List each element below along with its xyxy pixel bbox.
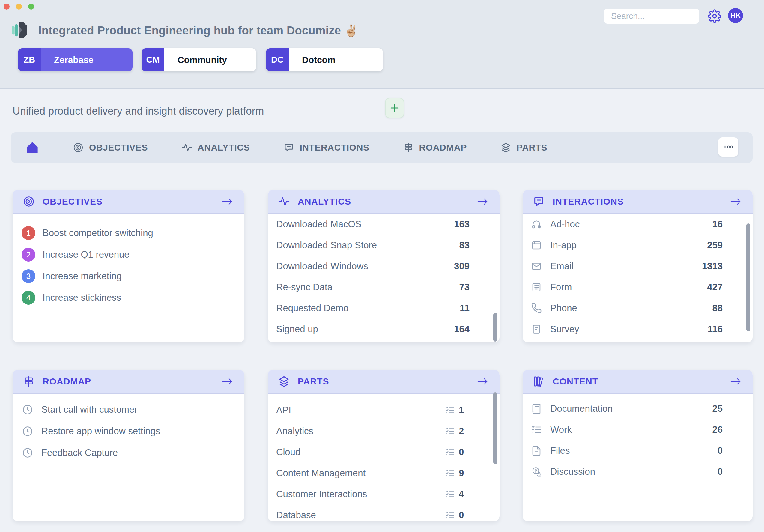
content-row[interactable]: Work 26 [523, 419, 753, 440]
checklist-icon [445, 426, 455, 436]
content-open-arrow[interactable] [729, 377, 742, 386]
interactions-card-header: INTERACTIONS [523, 190, 753, 214]
interaction-row[interactable]: Email 1313 [523, 256, 753, 277]
card-title: OBJECTIVES [43, 196, 221, 207]
zoom-window-button[interactable] [28, 4, 34, 10]
objective-item[interactable]: 1 Boost competitor switching [13, 222, 244, 244]
clock-icon [22, 447, 34, 459]
checklist-icon [445, 447, 455, 457]
checklist-icon [445, 405, 455, 415]
interaction-row[interactable]: In-app 259 [523, 235, 753, 256]
analytics-row[interactable]: Re-sync Data 73 [268, 277, 499, 298]
analytics-row[interactable]: Downloaded MacOS 163 [268, 214, 499, 235]
nav-item-objectives[interactable]: OBJECTIVES [73, 142, 148, 153]
nav-more-button[interactable] [718, 137, 738, 157]
layers-icon [500, 142, 511, 153]
objective-item[interactable]: 3 Increase marketing [13, 266, 244, 287]
headphones-icon [531, 219, 542, 230]
nav-item-interactions[interactable]: INTERACTIONS [284, 142, 369, 153]
interaction-row[interactable]: Phone 88 [523, 298, 753, 319]
parts-open-arrow[interactable] [476, 377, 489, 386]
part-row[interactable]: Cloud 0 [268, 442, 499, 463]
content-card: CONTENT Documentation 25 Work 26 [523, 370, 753, 521]
analytics-row[interactable]: Downloaded Windows 309 [268, 256, 499, 277]
nav-item-parts[interactable]: PARTS [500, 142, 547, 153]
part-row[interactable]: Analytics 2 [268, 421, 499, 442]
roadmap-item[interactable]: Start call with customer [13, 399, 244, 421]
part-count: 0 [459, 447, 470, 457]
close-window-button[interactable] [4, 4, 10, 10]
metric-value: 11 [449, 303, 470, 314]
card-title: PARTS [298, 376, 476, 387]
target-icon [23, 196, 35, 208]
objective-label: Increase Q1 revenue [43, 249, 129, 260]
target-icon [73, 142, 84, 153]
settings-button[interactable] [707, 9, 722, 24]
metric-value: 164 [449, 324, 470, 335]
nav-item-label: PARTS [517, 142, 547, 153]
checklist-icon [531, 424, 542, 435]
checklist-icon [445, 489, 455, 499]
analytics-open-arrow[interactable] [476, 197, 489, 206]
content-label: Files [550, 445, 702, 456]
part-row[interactable]: Database 0 [268, 505, 499, 521]
roadmap-item[interactable]: Restore app window settings [13, 421, 244, 442]
card-title: CONTENT [553, 376, 729, 387]
objective-number-badge: 2 [22, 248, 35, 262]
part-row[interactable]: Content Management 9 [268, 463, 499, 484]
metric-value: 163 [449, 219, 470, 230]
nav-item-analytics[interactable]: ANALYTICS [181, 142, 250, 153]
avatar[interactable]: HK [728, 8, 743, 23]
roadmap-item[interactable]: Feedback Capture [13, 442, 244, 463]
card-title: INTERACTIONS [553, 196, 729, 207]
part-row[interactable]: Customer Interactions 4 [268, 484, 499, 505]
add-workspace-button[interactable] [385, 98, 404, 118]
objective-item[interactable]: 2 Increase Q1 revenue [13, 244, 244, 266]
metric-label: Signed up [276, 324, 449, 335]
part-row[interactable]: API 1 [268, 400, 499, 421]
interactions-scrollbar-thumb[interactable] [746, 224, 750, 331]
parts-scrollbar-thumb[interactable] [493, 392, 497, 464]
workspace-tab-zerabase[interactable]: ZB Zerabase [18, 48, 132, 72]
comment-icon [284, 142, 294, 153]
objective-number-badge: 3 [22, 269, 35, 283]
plus-icon [389, 102, 400, 114]
workspace-badge: DC [266, 48, 289, 72]
workspace-tab-dotcom[interactable]: DC Dotcom [266, 48, 383, 72]
objectives-card-header: OBJECTIVES [13, 190, 244, 214]
content-row[interactable]: Documentation 25 [523, 398, 753, 419]
roadmap-open-arrow[interactable] [221, 377, 234, 386]
roadmap-card: ROADMAP Start call with customer Restore… [13, 370, 244, 521]
envelope-icon [531, 261, 542, 272]
interaction-value: 259 [702, 240, 723, 251]
interaction-value: 16 [702, 219, 723, 230]
content-row[interactable]: Files 0 [523, 440, 753, 461]
workspace-name: Community [164, 48, 256, 72]
analytics-row[interactable]: Downloaded Snap Store 83 [268, 235, 499, 256]
minimize-window-button[interactable] [16, 4, 22, 10]
workspace-tab-community[interactable]: CM Community [141, 48, 256, 72]
objectives-open-arrow[interactable] [221, 197, 234, 206]
metric-label: Downloaded MacOS [276, 219, 449, 230]
objective-item[interactable]: 4 Increase stickiness [13, 287, 244, 308]
objective-label: Boost competitor switching [43, 228, 153, 239]
interaction-row[interactable]: Ad-hoc 16 [523, 214, 753, 235]
interaction-label: Email [550, 261, 702, 272]
analytics-row[interactable]: Requested Demo 11 [268, 298, 499, 319]
content-card-header: CONTENT [523, 370, 753, 394]
app-logo-icon [12, 22, 29, 39]
search-input[interactable] [604, 9, 699, 24]
window-header: Integrated Product Engineering hub for t… [0, 0, 764, 89]
signpost-icon [23, 375, 35, 388]
interactions-open-arrow[interactable] [729, 197, 742, 206]
content-row[interactable]: Discussion 0 [523, 461, 753, 482]
interaction-value: 427 [702, 282, 723, 293]
interaction-row[interactable]: Survey 116 [523, 319, 753, 340]
interaction-row[interactable]: Form 427 [523, 277, 753, 298]
nav-home-button[interactable] [26, 141, 39, 154]
analytics-row[interactable]: Signed up 164 [268, 319, 499, 340]
nav-item-label: INTERACTIONS [299, 142, 369, 153]
analytics-scrollbar-thumb[interactable] [493, 313, 497, 342]
interaction-label: Form [550, 282, 702, 293]
nav-item-roadmap[interactable]: ROADMAP [403, 142, 467, 153]
